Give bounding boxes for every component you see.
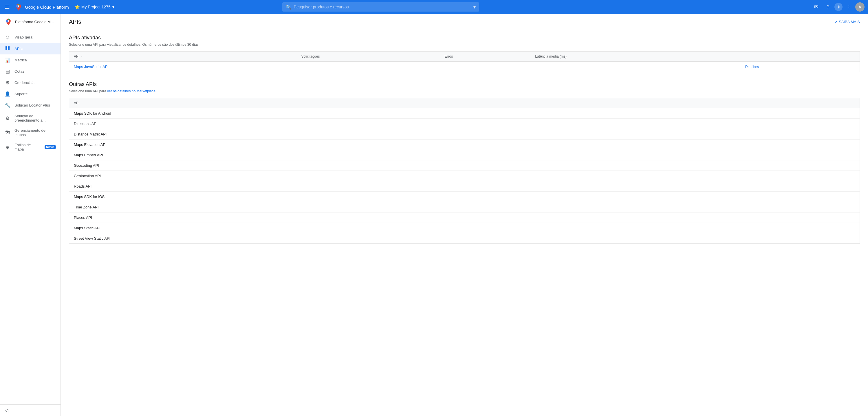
sidebar-item-label-preenchimento: Solução de preenchimento a... <box>14 114 56 123</box>
table-row: Street View Static API <box>69 233 860 244</box>
sidebar-item-metrica[interactable]: 📊 Métrica <box>0 55 61 66</box>
search-input[interactable] <box>294 5 471 9</box>
other-apis-title: Outras APIs <box>69 81 860 88</box>
marketplace-link[interactable]: ver os detalhes no Marketplace <box>107 89 155 93</box>
table-row: Directions API <box>69 119 860 129</box>
erros-cell: - <box>440 62 530 72</box>
other-api-cell-8[interactable]: Maps SDK for iOS <box>69 192 860 202</box>
table-row: Places API <box>69 213 860 223</box>
svg-rect-4 <box>5 49 7 50</box>
topbar-project-name: My Project 1275 <box>81 5 111 9</box>
solicitacoes-cell: - <box>297 62 440 72</box>
quotas-icon: ▤ <box>5 69 10 74</box>
alerts-icon[interactable]: ① <box>834 3 842 11</box>
notifications-icon[interactable]: ✉ <box>811 2 822 12</box>
solicitacoes-value: - <box>301 65 302 69</box>
learn-more-link[interactable]: ↗ SAIBA MAIS <box>834 20 860 24</box>
other-api-cell-4[interactable]: Maps Embed API <box>69 150 860 160</box>
sort-icon: ↑ <box>81 55 83 58</box>
sidebar-item-solucao-locator[interactable]: 🔧 Solução Locator Plus <box>0 100 61 111</box>
sidebar-item-suporte[interactable]: 👤 Suporte <box>0 88 61 100</box>
sidebar-item-apis[interactable]: APIs <box>0 43 61 55</box>
search-icon: 🔍 <box>286 4 291 10</box>
other-api-cell-11[interactable]: Maps Static API <box>69 223 860 233</box>
learn-more-text: SAIBA MAIS <box>839 20 860 24</box>
sidebar-item-visao-geral[interactable]: ◎ Visão geral <box>0 32 61 43</box>
other-api-cell-7[interactable]: Roads API <box>69 181 860 192</box>
latencia-value: - <box>535 65 536 69</box>
other-apis-subtitle: Selecione uma API para ver os detalhes n… <box>69 89 860 93</box>
avatar[interactable]: A <box>855 2 865 11</box>
sidebar-item-label-suporte: Suporte <box>14 92 28 96</box>
maps-javascript-api-link[interactable]: Maps JavaScript API <box>74 65 108 69</box>
main-content: APIs ↗ SAIBA MAIS APIs ativadas Selecion… <box>61 14 868 416</box>
other-api-cell-10[interactable]: Places API <box>69 213 860 223</box>
support-icon: 👤 <box>5 91 10 97</box>
other-api-cell-2[interactable]: Distance Matrix API <box>69 129 860 139</box>
sidebar-nav: ◎ Visão geral APIs 📊 Métrica ▤ Cota <box>0 29 61 405</box>
overview-icon: ◎ <box>5 34 10 40</box>
map-styles-icon: ◉ <box>5 145 10 150</box>
other-api-cell-12[interactable]: Street View Static API <box>69 233 860 244</box>
topbar-logo: Google Cloud Platform <box>14 3 69 11</box>
details-cell: Detalhes <box>741 62 860 72</box>
other-api-cell-5[interactable]: Geocoding API <box>69 160 860 171</box>
sidebar-item-gerenciamento-mapas[interactable]: 🗺 Gerenciamento de mapas <box>0 125 61 140</box>
content-body: APIs ativadas Selecione uma API para vis… <box>61 29 868 250</box>
col-api-header[interactable]: API ↑ <box>69 52 297 62</box>
page-title: APIs <box>69 19 81 25</box>
collapse-icon: ◁ <box>5 408 8 413</box>
sidebar: Plataforma Google M... ◎ Visão geral API… <box>0 14 61 416</box>
sidebar-item-label-estilos: Estilos de mapa <box>14 143 39 151</box>
svg-rect-2 <box>5 46 7 48</box>
sidebar-header-title: Plataforma Google M... <box>15 20 54 24</box>
sidebar-collapse-button[interactable]: ◁ <box>0 405 61 416</box>
sidebar-item-estilos-mapa[interactable]: ◉ Estilos de mapa NOVO <box>0 140 61 154</box>
search-expand-icon[interactable]: ▾ <box>473 4 476 10</box>
other-col-api-header: API <box>69 98 860 108</box>
sidebar-item-credenciais[interactable]: ⚙ Credenciais <box>0 77 61 88</box>
table-row: Maps Embed API <box>69 150 860 160</box>
table-row: Geolocation API <box>69 171 860 181</box>
help-icon[interactable]: ? <box>823 2 833 12</box>
other-api-cell-9[interactable]: Time Zone API <box>69 202 860 213</box>
sidebar-item-label-gerenciamento: Gerenciamento de mapas <box>14 128 56 137</box>
sidebar-item-label-apis: APIs <box>14 46 22 51</box>
table-row: Roads API <box>69 181 860 192</box>
sidebar-item-label-credenciais: Credenciais <box>14 81 34 85</box>
other-api-cell-1[interactable]: Directions API <box>69 119 860 129</box>
sidebar-header: Plataforma Google M... <box>0 14 61 29</box>
menu-icon[interactable]: ☰ <box>3 2 11 11</box>
details-link[interactable]: Detalhes <box>745 65 759 69</box>
table-row: Maps SDK for Android <box>69 108 860 119</box>
table-row: Geocoding API <box>69 160 860 171</box>
table-row: Maps JavaScript API - - - Detalhes <box>69 62 860 72</box>
col-solicitacoes-header: Solicitações <box>297 52 440 62</box>
sidebar-item-solucao-preenchimento[interactable]: ⚙ Solução de preenchimento a... <box>0 111 61 125</box>
metrics-icon: 📊 <box>5 57 10 63</box>
new-badge: NOVO <box>44 145 56 149</box>
sidebar-logo-icon <box>5 18 12 26</box>
other-apis-table: API Maps SDK for AndroidDirections APIDi… <box>69 98 860 244</box>
page-header: APIs ↗ SAIBA MAIS <box>61 14 868 29</box>
apis-icon <box>5 46 10 52</box>
table-row: Maps Elevation API <box>69 139 860 150</box>
fill-solution-icon: ⚙ <box>5 116 10 121</box>
table-row: Maps Static API <box>69 223 860 233</box>
other-api-cell-6[interactable]: Geolocation API <box>69 171 860 181</box>
topbar-actions: ✉ ? ① ⋮ A <box>811 2 865 12</box>
learn-more-icon: ↗ <box>834 20 838 24</box>
other-api-cell-3[interactable]: Maps Elevation API <box>69 139 860 150</box>
more-icon[interactable]: ⋮ <box>844 2 854 12</box>
col-erros-header: Erros <box>440 52 530 62</box>
latencia-cell: - <box>530 62 740 72</box>
erros-value: - <box>444 65 445 69</box>
topbar-project[interactable]: ⭐ My Project 1275 ▾ <box>75 5 114 9</box>
svg-point-1 <box>7 20 9 22</box>
table-row: Maps SDK for iOS <box>69 192 860 202</box>
activated-apis-subtitle: Selecione uma API para visualizar os det… <box>69 42 860 46</box>
google-maps-logo-icon <box>14 3 23 11</box>
sidebar-item-label-visao-geral: Visão geral <box>14 35 33 39</box>
other-api-cell-0[interactable]: Maps SDK for Android <box>69 108 860 119</box>
sidebar-item-cotas[interactable]: ▤ Cotas <box>0 66 61 77</box>
